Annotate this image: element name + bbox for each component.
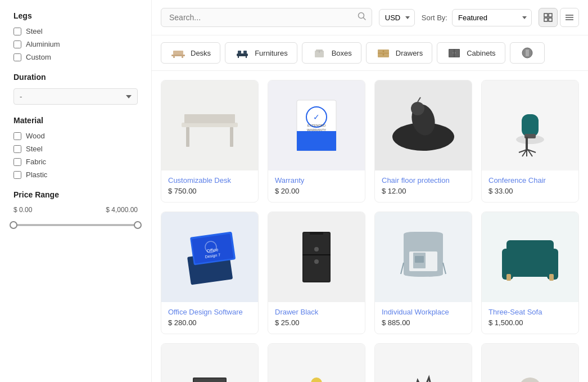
svg-rect-4	[544, 18, 548, 21]
material-wood-label: Wood	[26, 132, 45, 140]
legs-aluminium-item[interactable]: Aluminium	[13, 40, 138, 48]
sort-label: Sort By:	[422, 14, 447, 22]
material-wood-checkbox[interactable]	[13, 132, 21, 140]
product-price-5: $ 280.00	[168, 318, 251, 327]
svg-rect-81	[311, 377, 322, 382]
product-name-5: Office Design Software	[168, 308, 251, 316]
svg-point-24	[382, 54, 384, 56]
extra-icon	[519, 47, 535, 59]
category-desks[interactable]: Desks	[161, 42, 220, 64]
svg-rect-5	[549, 18, 552, 21]
product-card-11[interactable]	[374, 343, 472, 382]
duration-section-title: Duration	[13, 73, 138, 82]
legs-steel-label: Steel	[26, 27, 43, 35]
sort-container: Sort By: Featured Price: Low to High Pri…	[422, 9, 532, 26]
product-card-1[interactable]: Customizable Desk $ 750.00	[161, 80, 259, 203]
product-price-3: $ 12.00	[382, 187, 465, 195]
grid-view-button[interactable]	[539, 8, 558, 27]
boxes-label: Boxes	[332, 49, 352, 57]
duration-select[interactable]: - 1 Month 3 Months 6 Months 1 Year	[13, 88, 138, 105]
svg-rect-22	[378, 53, 389, 53]
duration-filter-section: Duration - 1 Month 3 Months 6 Months 1 Y…	[13, 73, 138, 105]
product-info-1: Customizable Desk $ 750.00	[161, 170, 258, 202]
cabinets-label: Cabinets	[467, 49, 495, 57]
svg-rect-66	[310, 232, 323, 235]
range-thumb-min[interactable]	[10, 221, 17, 229]
svg-rect-49	[526, 137, 528, 151]
svg-rect-13	[237, 53, 248, 56]
material-fabric-item[interactable]: Fabric	[13, 158, 138, 166]
product-card-6[interactable]: Drawer Black $ 25.00	[268, 212, 365, 334]
svg-line-45	[418, 97, 420, 102]
svg-rect-9	[171, 55, 185, 56]
material-fabric-checkbox[interactable]	[13, 158, 21, 166]
svg-text:✓: ✓	[313, 113, 320, 122]
svg-rect-47	[522, 114, 539, 137]
product-grid: Customizable Desk $ 750.00 ✓ EXTENDED WA…	[152, 71, 588, 382]
legs-custom-item[interactable]: Custom	[13, 53, 138, 61]
drawers-icon	[376, 47, 391, 59]
search-input[interactable]	[161, 8, 372, 27]
category-cabinets[interactable]: Cabinets	[437, 42, 505, 64]
product-name-2: Warranty	[275, 176, 358, 185]
legs-custom-checkbox[interactable]	[13, 53, 21, 61]
legs-steel-item[interactable]: Steel	[13, 27, 138, 35]
currency-select[interactable]: USD EUR GBP	[379, 9, 415, 26]
legs-aluminium-checkbox[interactable]	[13, 41, 21, 48]
material-fabric-label: Fabric	[26, 158, 46, 166]
furnitures-icon	[234, 47, 250, 59]
drawers-label: Drawers	[396, 49, 423, 57]
boxes-icon	[311, 47, 327, 59]
product-info-4: Conference Chair $ 33.00	[482, 170, 578, 202]
material-plastic-checkbox[interactable]	[13, 171, 21, 179]
material-wood-item[interactable]: Wood	[13, 132, 138, 140]
material-steel-label: Steel	[26, 145, 43, 153]
product-info-5: Office Design Software $ 280.00	[161, 302, 258, 334]
svg-rect-75	[506, 240, 554, 256]
product-card-12[interactable]	[481, 343, 579, 382]
category-boxes[interactable]: Boxes	[302, 42, 361, 64]
svg-point-28	[453, 52, 454, 53]
svg-text:EXTENDED: EXTENDED	[307, 124, 326, 127]
price-range-slider[interactable]	[13, 219, 138, 231]
view-buttons	[539, 8, 579, 27]
product-card-8[interactable]: Three-Seat Sofa $ 1,500.00	[481, 212, 579, 334]
material-steel-checkbox[interactable]	[13, 145, 21, 153]
price-min-label: $ 0.00	[13, 206, 32, 214]
svg-rect-62	[304, 233, 329, 281]
svg-line-71	[443, 263, 446, 274]
product-card-10[interactable]	[268, 343, 365, 382]
product-image-3	[375, 80, 472, 170]
product-info-8: Three-Seat Sofa $ 1,500.00	[482, 302, 578, 334]
svg-rect-35	[230, 127, 233, 147]
range-thumb-max[interactable]	[134, 221, 142, 229]
product-image-9	[161, 344, 258, 382]
material-steel-item[interactable]: Steel	[13, 145, 138, 153]
material-section-title: Material	[13, 116, 138, 125]
product-card-9[interactable]	[161, 343, 259, 382]
material-plastic-item[interactable]: Plastic	[13, 170, 138, 179]
product-card-4[interactable]: Conference Chair $ 33.00	[481, 80, 579, 203]
legs-steel-checkbox[interactable]	[13, 28, 21, 35]
product-image-4	[482, 80, 578, 170]
product-card-7[interactable]: Individual Workplace $ 885.00	[374, 212, 472, 334]
topbar: USD EUR GBP Sort By: Featured Price: Low…	[152, 0, 588, 35]
product-card-5[interactable]: Office Design 7 Office Design Software $…	[161, 212, 259, 334]
list-icon	[565, 13, 574, 22]
product-price-8: $ 1,500.00	[489, 318, 572, 327]
desks-label: Desks	[191, 49, 211, 57]
product-card-3[interactable]: Chair floor protection $ 12.00	[374, 80, 472, 203]
sort-select[interactable]: Featured Price: Low to High Price: High …	[452, 9, 532, 26]
list-view-button[interactable]	[560, 8, 579, 27]
legs-section-title: Legs	[13, 11, 138, 20]
svg-point-44	[411, 102, 424, 115]
product-image-1	[161, 80, 258, 170]
grid-icon	[544, 13, 553, 22]
product-name-7: Individual Workplace	[382, 308, 465, 316]
product-card-2[interactable]: ✓ EXTENDED WARRANTY Warranty $ 20.00	[268, 80, 365, 203]
main-content: USD EUR GBP Sort By: Featured Price: Low…	[152, 0, 588, 382]
category-drawers[interactable]: Drawers	[366, 42, 432, 64]
category-extra[interactable]	[510, 42, 545, 64]
product-image-6	[268, 212, 365, 302]
category-furnitures[interactable]: Furnitures	[225, 42, 297, 64]
